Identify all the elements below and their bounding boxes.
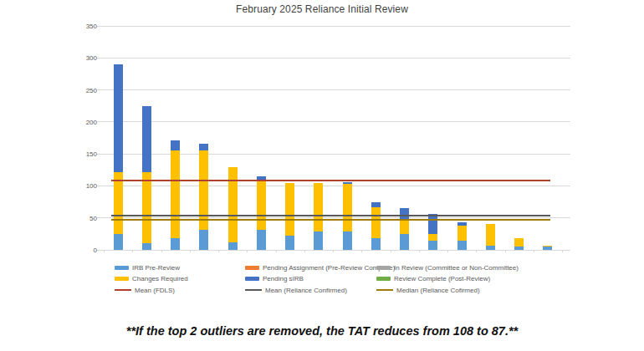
y-axis-tick-label: 50 [67, 214, 97, 221]
x-axis-tick [161, 250, 162, 252]
legend-item: In Review (Committee or Non-Committee) [376, 262, 519, 272]
bar-segment [457, 226, 467, 241]
legend-item: Pending Assignment (Pre-Review Complete) [245, 262, 395, 272]
bar-segment [142, 106, 151, 173]
footnote: **If the top 2 outliers are removed, the… [0, 324, 644, 338]
y-axis-tick [97, 58, 102, 58]
bar-segment [371, 202, 381, 206]
legend-label: Pending Assignment (Pre-Review Complete) [263, 264, 395, 272]
bar-segment [199, 150, 208, 229]
x-axis-tick [476, 250, 477, 252]
legend-line-swatch [115, 289, 131, 291]
bar-segment [257, 230, 266, 251]
legend-bar-swatch [115, 277, 129, 281]
bar-segment [400, 208, 409, 219]
bar-segment [228, 242, 238, 250]
legend-item: Review Complete (Post-Review) [376, 274, 490, 284]
bar-segment [257, 176, 266, 180]
bar-segment [314, 183, 323, 231]
bar-segment [171, 150, 180, 238]
x-axis-tick [304, 250, 305, 252]
gridline [102, 89, 570, 90]
bar-segment [142, 243, 151, 250]
legend-label: In Review (Committee or Non-Committee) [394, 264, 519, 272]
y-axis-tick [97, 217, 102, 218]
bar-segment [343, 231, 352, 250]
x-axis-tick [447, 250, 448, 252]
y-axis-tick [97, 121, 102, 122]
reference-line [111, 180, 550, 181]
legend-line-swatch [376, 289, 393, 291]
plot-area: 050100150200250300350 [102, 26, 570, 250]
bar-segment [343, 182, 352, 184]
bar-segment [285, 236, 294, 250]
bar-segment [457, 241, 467, 250]
bar-segment [428, 214, 437, 234]
x-axis-tick [361, 250, 362, 252]
bar-segment [428, 241, 437, 250]
bar-segment [199, 230, 208, 251]
bar-segment [486, 224, 495, 245]
x-axis-tick [104, 250, 105, 252]
legend-label: Changes Required [132, 275, 188, 282]
bar-segment [343, 184, 352, 231]
gridline [102, 58, 570, 58]
legend-item: Mean (FDLS) [115, 285, 175, 295]
y-axis-tick-label: 150 [67, 150, 97, 158]
x-axis-tick [562, 250, 563, 252]
bar-segment [371, 207, 381, 239]
legend-item: Mean (Reliance Confirmed) [245, 285, 347, 295]
y-axis-tick [97, 26, 102, 27]
x-axis-tick [505, 250, 506, 252]
bar-segment [114, 64, 123, 172]
bar-segment [428, 234, 437, 241]
x-axis-tick [218, 250, 219, 252]
bar-segment [285, 183, 294, 237]
y-axis-tick [97, 89, 102, 90]
legend-label: Mean (Reliance Confirmed) [265, 287, 347, 294]
bar-segment [114, 234, 123, 250]
bar-segment [400, 234, 409, 250]
bar-segment [543, 247, 552, 250]
bar-segment [142, 172, 151, 243]
legend-item: IRB Pre-Review [115, 262, 180, 272]
bar-segment [543, 246, 552, 247]
bar-segment [400, 219, 409, 234]
legend-bar-swatch [115, 266, 129, 270]
x-axis-tick [419, 250, 420, 252]
bar-segment [199, 144, 208, 150]
reference-line [111, 215, 550, 216]
bar-segment [228, 167, 238, 242]
legend-label: Pending sIRB [263, 275, 304, 282]
bar-segment [486, 246, 495, 250]
legend-label: IRB Pre-Review [132, 264, 180, 272]
chart-title: February 2025 Reliance Initial Review [0, 3, 644, 15]
legend-bar-swatch [376, 277, 391, 281]
chart-canvas: February 2025 Reliance Initial Review 05… [0, 0, 644, 351]
y-axis-tick-label: 250 [67, 86, 97, 94]
x-axis-tick [247, 250, 248, 252]
legend-bar-swatch [245, 266, 259, 270]
bar-segment [457, 222, 467, 226]
legend-bar-swatch [245, 277, 259, 281]
y-axis-tick [97, 250, 102, 251]
bar-segment [371, 238, 381, 250]
x-axis-tick [132, 250, 133, 252]
legend-label: Mean (FDLS) [135, 287, 175, 294]
bar-segment [514, 238, 524, 247]
y-axis-tick-label: 100 [67, 182, 97, 190]
bar-segment [171, 140, 180, 150]
y-axis-tick-label: 0 [67, 247, 97, 254]
x-axis-tick [276, 250, 277, 252]
gridline [102, 26, 570, 27]
bar-segment [314, 231, 323, 250]
legend-bar-swatch [376, 266, 391, 270]
bar-segment [171, 238, 180, 250]
legend-item: Changes Required [115, 274, 188, 284]
y-axis-tick-label: 350 [67, 23, 97, 30]
legend-item: Pending sIRB [245, 274, 304, 284]
x-axis-tick [391, 250, 391, 252]
bar-segment [257, 180, 266, 230]
y-axis-tick [97, 154, 102, 155]
reference-line [111, 219, 550, 221]
